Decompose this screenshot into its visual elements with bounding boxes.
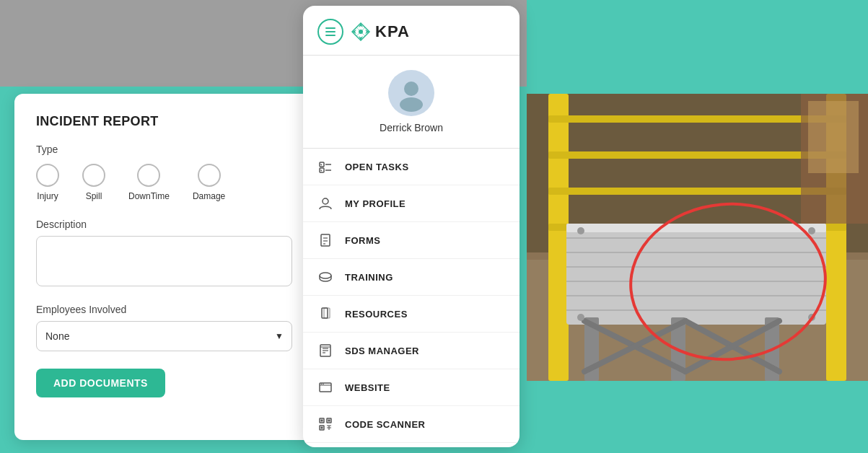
- employees-select[interactable]: None: [36, 321, 292, 351]
- svg-rect-39: [548, 94, 569, 381]
- menu-label-resources: RESOURCES: [345, 309, 408, 320]
- svg-point-0: [359, 30, 363, 34]
- svg-line-8: [321, 170, 323, 172]
- type-radio-damage[interactable]: [198, 164, 221, 187]
- svg-point-63: [808, 314, 815, 321]
- menu-item-training[interactable]: TRAINING: [303, 259, 520, 296]
- menu-item-open-tasks[interactable]: OPEN TASKS: [303, 149, 520, 185]
- ladder-image: [527, 94, 868, 381]
- menu-label-my-profile: MY PROFILE: [345, 198, 405, 209]
- svg-rect-30: [321, 427, 323, 429]
- menu-item-forms[interactable]: FORMS: [303, 222, 520, 259]
- menu-label-training: TRAINING: [345, 272, 393, 283]
- type-label: Type: [36, 144, 292, 155]
- type-radio-injury[interactable]: [36, 164, 59, 187]
- type-label-injury: Injury: [37, 191, 58, 201]
- kpa-menu-panel: KPA Derrick Brown O: [303, 6, 520, 447]
- type-option-damage[interactable]: Damage: [193, 164, 225, 201]
- svg-point-62: [577, 314, 584, 321]
- description-label: Description: [36, 219, 292, 230]
- user-name: Derrick Brown: [380, 122, 443, 133]
- svg-rect-45: [566, 224, 826, 325]
- forms-icon: [317, 232, 333, 248]
- menu-label-code-scanner: CODE SCANNER: [345, 419, 425, 430]
- type-label-damage: Damage: [193, 191, 225, 201]
- incident-report-title: INCIDENT REPORT: [36, 114, 292, 129]
- svg-point-61: [808, 227, 815, 234]
- employees-select-wrapper: None ▼: [36, 321, 292, 351]
- user-section: Derrick Brown: [303, 56, 520, 149]
- type-label-spill: Spill: [86, 191, 102, 201]
- tasks-icon: [317, 159, 333, 175]
- hamburger-line-1: [325, 27, 336, 29]
- menu-label-forms: FORMS: [345, 235, 380, 246]
- svg-rect-65: [808, 101, 859, 173]
- incident-report-panel: INCIDENT REPORT Type Injury Spill DownTi…: [14, 94, 314, 440]
- teal-top-right: [527, 0, 868, 94]
- menu-item-resources[interactable]: RESOURCES: [303, 296, 520, 333]
- type-option-downtime[interactable]: DownTime: [128, 164, 170, 201]
- training-icon: [317, 269, 333, 285]
- hamburger-line-2: [325, 31, 336, 32]
- menu-item-website[interactable]: WEBSITE: [303, 369, 520, 406]
- scanner-icon: [317, 416, 333, 432]
- website-icon: [317, 379, 333, 395]
- photo-inner: [527, 94, 868, 381]
- svg-point-60: [577, 227, 584, 234]
- kpa-logo-icon: [351, 22, 371, 42]
- svg-point-24: [323, 384, 324, 385]
- svg-point-23: [321, 384, 323, 385]
- menu-label-sds-manager: SDS MANAGER: [345, 346, 419, 356]
- hamburger-button[interactable]: [317, 19, 343, 45]
- menu-item-sds-manager[interactable]: SDS MANAGER: [303, 333, 520, 369]
- menu-label-open-tasks: OPEN TASKS: [345, 162, 409, 172]
- svg-rect-28: [321, 420, 323, 422]
- type-radio-spill[interactable]: [82, 164, 105, 187]
- hamburger-line-3: [325, 35, 336, 36]
- svg-line-7: [321, 164, 323, 166]
- avatar: [388, 70, 434, 116]
- kpa-logo-text: KPA: [375, 22, 410, 41]
- resources-icon: [317, 306, 333, 322]
- kpa-menu-list: OPEN TASKS MY PROFILE FORMS: [303, 149, 520, 447]
- svg-rect-15: [322, 308, 328, 318]
- menu-item-code-scanner[interactable]: CODE SCANNER: [303, 406, 520, 443]
- svg-point-14: [320, 273, 331, 278]
- employees-label: Employees Involved: [36, 304, 292, 315]
- svg-point-9: [323, 198, 328, 204]
- sds-icon: [317, 343, 333, 359]
- hamburger-icon: [325, 27, 336, 36]
- type-label-downtime: DownTime: [128, 191, 170, 201]
- svg-rect-10: [321, 234, 330, 246]
- description-input[interactable]: [36, 236, 292, 286]
- kpa-header: KPA: [303, 6, 520, 56]
- svg-point-2: [400, 97, 423, 112]
- profile-icon: [317, 195, 333, 211]
- svg-rect-16: [324, 308, 330, 318]
- type-option-spill[interactable]: Spill: [82, 164, 105, 201]
- type-option-injury[interactable]: Injury: [36, 164, 59, 201]
- menu-item-my-profile[interactable]: MY PROFILE: [303, 185, 520, 222]
- menu-item-alert-settings[interactable]: ALERT SETTINGS: [303, 443, 520, 447]
- svg-point-1: [404, 82, 418, 96]
- svg-rect-3: [320, 162, 324, 167]
- teal-extension: [527, 381, 868, 453]
- svg-rect-46: [566, 224, 826, 232]
- menu-label-website: WEBSITE: [345, 382, 390, 393]
- photo-panel: [527, 94, 868, 381]
- kpa-logo: KPA: [351, 22, 410, 42]
- type-radio-downtime[interactable]: [137, 164, 160, 187]
- avatar-icon: [393, 74, 430, 112]
- svg-rect-4: [320, 168, 324, 172]
- type-options-row: Injury Spill DownTime Damage: [36, 164, 292, 201]
- svg-rect-29: [328, 420, 330, 422]
- add-documents-button[interactable]: ADD DOCUMENTS: [36, 369, 165, 397]
